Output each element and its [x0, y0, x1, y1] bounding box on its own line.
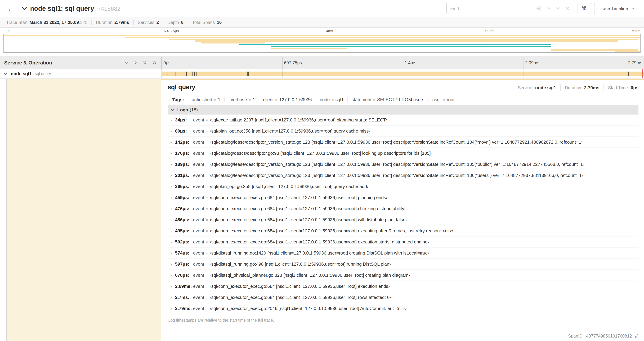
minimap-canvas[interactable]: [4, 34, 640, 53]
log-row[interactable]: ›2.69ms:event=‹sql/conn_executor_exec.go…: [168, 281, 638, 292]
equals-sign: =: [332, 98, 334, 102]
log-row[interactable]: ›176μs:event=‹sql/catalog/descs/descript…: [168, 148, 638, 159]
tags-accordion[interactable]: › Tags: _unfinished=1_verbose=1client=12…: [168, 94, 638, 105]
minimap-span-bar: [271, 46, 551, 47]
summary-label: Total Spans: [192, 20, 215, 25]
keyboard-shortcuts-button[interactable]: ⌘: [578, 3, 590, 14]
span-row-timeline[interactable]: [161, 69, 644, 78]
log-event-key: event: [193, 284, 204, 289]
log-event-tick: [241, 72, 241, 76]
timeline-minimap: 0μs697.75μs1.4ms2.09ms2.79ms: [0, 28, 644, 53]
tag-value: 127.0.0.1:59936: [279, 97, 312, 102]
back-button[interactable]: ←: [5, 3, 16, 14]
time-tick-label: 697.75μs: [282, 60, 302, 65]
log-event-value: ‹sql/distsql_running.go:498 [nsql1,clien…: [210, 261, 391, 267]
deep-link-icon[interactable]: [634, 333, 639, 338]
collapse-one-icon[interactable]: [124, 61, 128, 65]
chevron-right-icon: ›: [170, 262, 172, 266]
log-timestamp: 2.7ms:: [175, 295, 193, 300]
minimap-span-bar: [169, 39, 638, 40]
log-row[interactable]: ›2.79ms:event=‹sql/conn_executor_exec.go…: [168, 303, 638, 314]
match-prev-icon[interactable]: [546, 6, 551, 11]
log-event: event=‹sql/catalog/lease/descriptor_vers…: [193, 140, 582, 145]
chevron-right-icon: ›: [170, 306, 172, 311]
log-row[interactable]: ›486μs:event=‹sql/conn_executor_exec.go:…: [168, 214, 638, 225]
minimap-span-bar: [195, 40, 618, 42]
log-row[interactable]: ›142μs:event=‹sql/catalog/lease/descript…: [168, 137, 638, 148]
minimap-scrubber-handle[interactable]: [4, 34, 4, 52]
summary-value: 6: [181, 20, 184, 25]
find-input[interactable]: [447, 3, 533, 14]
span-expand-chevron-icon[interactable]: [4, 72, 8, 76]
log-row[interactable]: ›2.7ms:event=‹sql/conn_executor_exec.go:…: [168, 292, 638, 303]
log-row[interactable]: ›201μs:event=‹sql/catalog/lease/descript…: [168, 170, 638, 181]
log-row[interactable]: ›597μs:event=‹sql/distsql_running.go:498…: [168, 259, 638, 270]
log-row[interactable]: ›502μs:event=‹sql/conn_executor_exec.go:…: [168, 236, 638, 248]
expand-all-icon[interactable]: [152, 61, 157, 65]
span-row-name-column[interactable]: node sql1 sql query: [0, 69, 161, 78]
service-operation-label: Service & Operation: [4, 60, 52, 66]
log-event-tick: [225, 72, 225, 76]
summary-value: 10: [217, 20, 222, 25]
log-timestamp: 80μs:: [175, 128, 193, 134]
log-timestamp: 34μs:: [175, 117, 193, 123]
tag-key: _unfinished: [189, 97, 212, 102]
log-event-key: event: [193, 295, 204, 300]
time-tick-label: 2.79ms: [628, 60, 644, 65]
log-event-tick: [248, 72, 249, 76]
minimap-span-bar: [125, 37, 640, 38]
equals-sign: =: [206, 185, 208, 189]
summary-item: Total Spans10: [188, 20, 226, 25]
expand-one-icon[interactable]: [133, 61, 138, 65]
equals-sign: =: [206, 251, 208, 255]
log-event-key: event: [193, 173, 204, 178]
log-event-tick: [627, 72, 627, 76]
chevron-down-icon: [171, 108, 174, 112]
trace-collapse-toggle[interactable]: [22, 6, 27, 12]
match-next-icon[interactable]: [556, 6, 560, 11]
time-tick-label: 2.79ms: [628, 29, 640, 33]
log-row[interactable]: ›495μs:event=‹sql/conn_executor_exec.go:…: [168, 225, 638, 236]
log-event: event=‹sql/distsql_running.go:498 [nsql1…: [193, 261, 391, 267]
log-row[interactable]: ›459μs:event=‹sql/conn_executor_exec.go:…: [168, 192, 638, 203]
log-event: event=‹sql/plan_opt.go:358 [nsql1,client…: [193, 128, 370, 134]
tag-value: sql1: [336, 97, 344, 102]
equals-sign: =: [206, 218, 208, 222]
log-row[interactable]: ›366μs:event=‹sql/plan_opt.go:358 [nsql1…: [168, 181, 638, 192]
summary-value: March 31 2022, 17:25:09: [30, 20, 79, 25]
chevron-right-icon: ›: [170, 206, 172, 211]
logs-count: (18): [190, 107, 198, 113]
equals-sign: =: [206, 207, 208, 211]
log-row[interactable]: ›574μs:event=‹sql/distsql_running.go:142…: [168, 248, 638, 259]
log-event: event=‹sql/exec_util.go:2297 [nsql1,clie…: [193, 117, 388, 123]
log-event-key: event: [193, 228, 204, 233]
page-title: node sql1: sql query7418682: [30, 5, 120, 12]
summary-item: Services2: [134, 20, 164, 25]
collapse-all-icon[interactable]: [143, 60, 147, 65]
log-event-value: ‹sql/conn_executor_exec.go:2046 [nsql1,c…: [210, 306, 407, 311]
timeline-axis: 0μs697.75μs1.4ms2.09ms2.79ms: [161, 57, 644, 69]
log-event-key: event: [193, 217, 204, 222]
log-timestamp: 476μs:: [175, 206, 193, 211]
clear-find-icon[interactable]: [565, 6, 570, 11]
tag-key: statement: [352, 97, 371, 102]
log-row[interactable]: ›80μs:event=‹sql/plan_opt.go:358 [nsql1,…: [168, 126, 638, 137]
log-event-tick: [628, 72, 629, 76]
log-row[interactable]: ›189μs:event=‹sql/catalog/lease/descript…: [168, 159, 638, 170]
tag-value: 1: [252, 97, 255, 102]
summary-label: Depth: [168, 20, 179, 25]
time-tick-label: 1.4ms: [403, 60, 416, 65]
log-event-tick: [194, 72, 195, 76]
log-event: event=‹sql/conn_executor_exec.go:684 [ns…: [193, 295, 391, 300]
find-box: [446, 3, 573, 14]
span-detail-panel: sql query Service:node sql1 Duration:2.7…: [161, 79, 644, 341]
summary-suffix: .326: [79, 20, 88, 25]
log-row[interactable]: ›476μs:event=‹sql/conn_executor_exec.go:…: [168, 203, 638, 214]
logs-accordion-header[interactable]: Logs (18): [168, 105, 638, 115]
log-row[interactable]: ›678μs:event=‹sql/distsql_physical_plann…: [168, 270, 638, 281]
log-row[interactable]: ›34μs:event=‹sql/exec_util.go:2297 [nsql…: [168, 115, 638, 126]
locate-icon[interactable]: [537, 6, 542, 11]
trace-view-select[interactable]: Trace Timeline: [594, 3, 639, 14]
equals-sign: =: [373, 98, 375, 102]
equals-sign: =: [206, 140, 208, 145]
